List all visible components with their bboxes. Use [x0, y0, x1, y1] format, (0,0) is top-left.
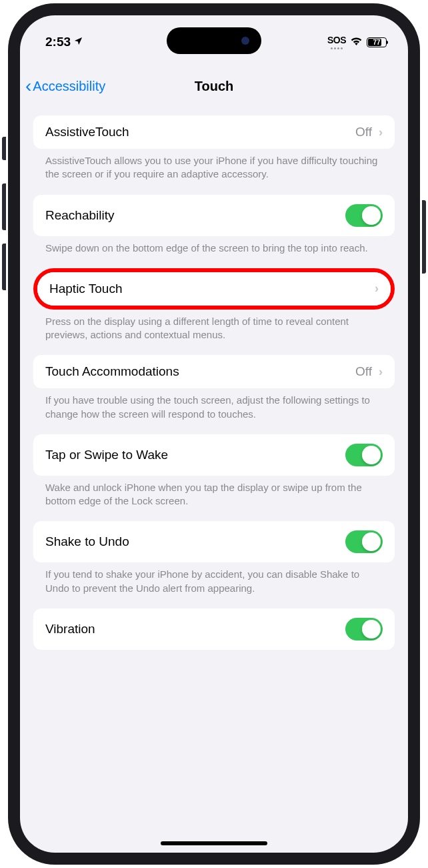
screen: 2:53 SOS 77 ‹	[20, 15, 408, 853]
haptic-touch-row[interactable]: Haptic Touch ›	[37, 272, 391, 306]
tap-swipe-wake-footer: Wake and unlock iPhone when you tap the …	[33, 476, 395, 508]
vibration-row[interactable]: Vibration	[33, 608, 395, 650]
back-button[interactable]: ‹ Accessibility	[25, 75, 105, 97]
assistivetouch-footer: AssistiveTouch allows you to use your iP…	[33, 149, 395, 181]
vibration-toggle[interactable]	[345, 618, 383, 640]
shake-undo-row[interactable]: Shake to Undo	[33, 521, 395, 562]
status-time: 2:53	[45, 35, 83, 49]
navigation-bar: ‹ Accessibility Touch	[20, 55, 408, 106]
chevron-left-icon: ‹	[25, 75, 31, 97]
tap-swipe-wake-row[interactable]: Tap or Swipe to Wake	[33, 434, 395, 476]
reachability-row[interactable]: Reachability	[33, 195, 395, 236]
volume-up-button[interactable]	[2, 183, 6, 230]
dynamic-island	[167, 27, 261, 54]
clock-text: 2:53	[45, 35, 71, 49]
battery-icon: 77	[367, 37, 387, 47]
status-right: SOS 77	[327, 35, 387, 49]
device-frame: 2:53 SOS 77 ‹	[8, 3, 420, 865]
haptic-touch-highlight: Haptic Touch ›	[33, 268, 395, 310]
shake-undo-label: Shake to Undo	[45, 534, 129, 549]
sos-text: SOS	[327, 35, 346, 45]
volume-down-button[interactable]	[2, 244, 6, 290]
touch-accommodations-row[interactable]: Touch Accommodations Off ›	[33, 355, 395, 388]
haptic-touch-label: Haptic Touch	[49, 282, 123, 296]
touch-accommodations-value: Off	[355, 364, 372, 379]
shake-undo-toggle[interactable]	[345, 530, 383, 553]
silence-switch[interactable]	[2, 137, 6, 160]
tap-swipe-wake-toggle[interactable]	[345, 444, 383, 466]
battery-percentage: 77	[367, 39, 386, 46]
assistivetouch-label: AssistiveTouch	[45, 125, 129, 139]
page-title: Touch	[195, 79, 234, 94]
vibration-label: Vibration	[45, 622, 95, 636]
chevron-right-icon: ›	[375, 282, 379, 296]
chevron-right-icon: ›	[379, 365, 383, 379]
chevron-right-icon: ›	[379, 125, 383, 139]
shake-undo-footer: If you tend to shake your iPhone by acci…	[33, 562, 395, 595]
location-icon	[73, 35, 83, 49]
touch-accommodations-footer: If you have trouble using the touch scre…	[33, 388, 395, 421]
reachability-label: Reachability	[45, 208, 115, 223]
back-button-label: Accessibility	[33, 79, 105, 94]
assistivetouch-value: Off	[355, 125, 372, 139]
reachability-footer: Swipe down on the bottom edge of the scr…	[33, 236, 395, 255]
sos-indicator: SOS	[327, 35, 346, 49]
power-button[interactable]	[422, 200, 426, 274]
haptic-touch-footer: Press on the display using a different l…	[33, 310, 395, 342]
home-indicator[interactable]	[161, 841, 267, 845]
settings-list: AssistiveTouch Off › AssistiveTouch allo…	[20, 115, 408, 650]
assistivetouch-row[interactable]: AssistiveTouch Off ›	[33, 115, 395, 149]
tap-swipe-wake-label: Tap or Swipe to Wake	[45, 448, 168, 462]
wifi-icon	[350, 36, 363, 48]
reachability-toggle[interactable]	[345, 204, 383, 227]
touch-accommodations-label: Touch Accommodations	[45, 364, 179, 379]
